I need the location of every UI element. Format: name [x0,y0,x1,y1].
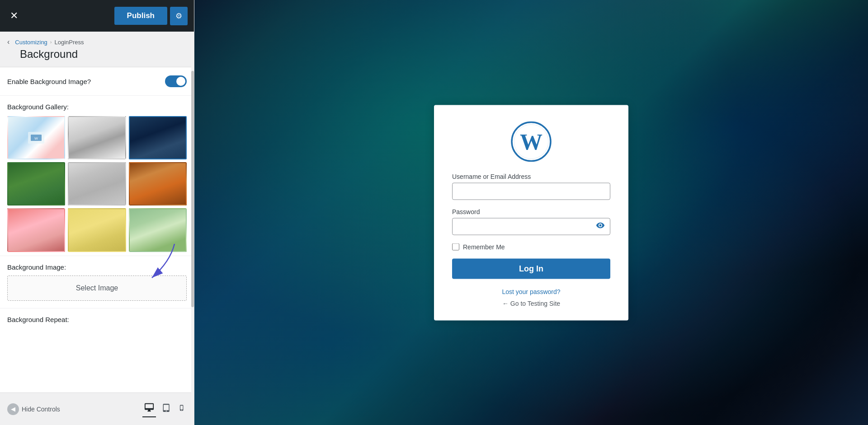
gallery-thumb-6[interactable] [129,162,187,205]
section-title: Background [7,48,187,61]
thumb-inner-1: W [8,117,64,159]
breadcrumb-section: ‹ Customizing › LoginPress Background [0,32,194,67]
hide-controls-button[interactable]: ◀ Hide Controls [7,403,60,415]
toggle-icon: ᗑ [179,78,184,84]
enable-bg-toggle[interactable]: ᗑ [165,75,187,87]
thumb-inner-8 [69,209,125,251]
username-input[interactable] [452,182,610,200]
thumb-inner-4 [8,163,64,205]
scroll-thumb [191,71,194,307]
thumb-inner-5 [69,163,125,205]
login-button[interactable]: Log In [452,258,610,279]
mobile-icon[interactable] [177,401,187,417]
back-arrow-icon[interactable]: ‹ [7,38,9,46]
password-label: Password [452,208,610,215]
select-image-button[interactable]: Select Image [7,276,187,301]
remember-me-row: Remember Me [452,243,610,250]
password-input[interactable] [452,218,610,235]
tablet-icon[interactable] [160,401,172,417]
thumb-inner-3 [130,117,186,159]
testing-site-link[interactable]: ← Go to Testing Site [502,299,560,307]
publish-button[interactable]: Publish [114,7,167,25]
remember-me-label: Remember Me [463,243,505,250]
gallery-grid: W [7,116,187,252]
svg-text:W: W [34,136,38,140]
remember-me-checkbox[interactable] [452,243,459,250]
password-group: Password [452,208,610,235]
thumb-inner-7 [8,209,64,251]
preview-panel: W Username or Email Address Password Rem… [194,0,868,425]
top-bar: ✕ Publish ⚙ [0,0,194,32]
scrollbar[interactable] [191,32,194,425]
breadcrumb-child: LoginPress [55,39,84,46]
bottom-bar: ◀ Hide Controls [0,392,194,425]
login-card: W Username or Email Address Password Rem… [434,105,628,320]
hide-controls-label: Hide Controls [22,406,60,413]
wordpress-logo: W [511,121,552,162]
lost-password-link[interactable]: Lost your password? [502,288,560,295]
hide-controls-arrow-icon: ◀ [7,403,19,415]
panel-content[interactable]: Enable Background Image? ᗑ Background Ga… [0,67,194,392]
gallery-section: Background Gallery: W [0,96,194,256]
enable-bg-label: Enable Background Image? [7,78,91,85]
settings-button[interactable]: ⚙ [170,7,188,25]
gallery-title: Background Gallery: [7,103,187,111]
username-group: Username or Email Address [452,173,610,200]
svg-text:W: W [520,129,542,154]
thumb-inner-9 [130,209,186,251]
customizer-panel: ✕ Publish ⚙ ‹ Customizing › LoginPress B… [0,0,194,425]
publish-area: Publish ⚙ [114,7,188,25]
gallery-thumb-2[interactable] [68,116,126,159]
desktop-icon[interactable] [142,401,156,417]
breadcrumb-separator: › [50,39,52,45]
gallery-thumb-1[interactable]: W [7,116,65,159]
bg-image-section: Background Image: Select Image [0,256,194,308]
password-wrapper [452,218,610,235]
thumb-inner-6 [130,163,186,205]
close-button[interactable]: ✕ [6,9,22,23]
bg-repeat-section: Background Repeat: [0,308,194,331]
gallery-thumb-7[interactable] [7,208,65,252]
bg-repeat-title: Background Repeat: [7,316,187,323]
username-label: Username or Email Address [452,173,610,180]
breadcrumb: ‹ Customizing › LoginPress [7,38,187,46]
arrow-container: Select Image [7,276,187,301]
gallery-thumb-9[interactable] [129,208,187,252]
gallery-thumb-3[interactable] [129,116,187,159]
gallery-thumb-4[interactable] [7,162,65,205]
gallery-thumb-5[interactable] [68,162,126,205]
breadcrumb-parent-link[interactable]: Customizing [15,39,47,46]
gallery-thumb-8[interactable] [68,208,126,252]
device-icons [142,401,187,417]
show-password-icon[interactable] [596,221,605,232]
bg-image-title: Background Image: [7,263,187,271]
enable-bg-toggle-row: Enable Background Image? ᗑ [0,67,194,96]
thumb-inner-2 [69,117,125,159]
